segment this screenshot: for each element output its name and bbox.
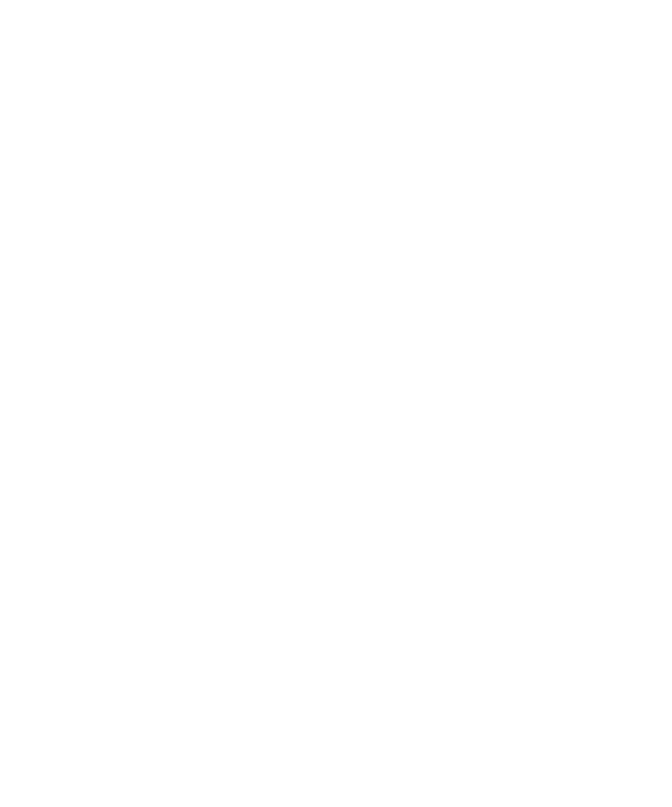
page	[0, 0, 672, 807]
